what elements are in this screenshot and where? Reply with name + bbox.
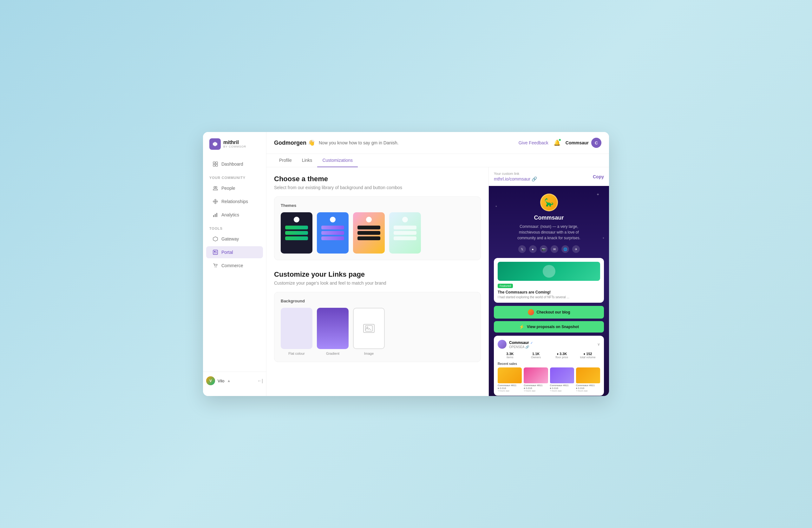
- sidebar-item-people[interactable]: People: [206, 182, 263, 194]
- bg-gradient-option[interactable]: Gradient: [317, 308, 349, 355]
- svg-rect-17: [214, 251, 215, 252]
- star-decoration-3: ✦: [602, 237, 605, 240]
- featured-sub: I had started exploring the world of NFT…: [498, 296, 600, 299]
- user-info[interactable]: V Vilo ▲: [206, 376, 231, 385]
- notification-dot: [559, 139, 561, 141]
- main-panel: Choose a theme Select from our existing …: [266, 167, 489, 396]
- sidebar-item-commerce[interactable]: Commerce: [206, 259, 263, 272]
- preview-avatar: 🦕: [540, 194, 558, 211]
- social-telegram-icon[interactable]: ✈: [572, 245, 580, 253]
- theme-title: Choose a theme: [274, 175, 481, 183]
- theme-bar: [285, 237, 308, 240]
- collapse-button[interactable]: ←|: [257, 378, 263, 383]
- svg-rect-19: [216, 251, 217, 254]
- nft-name-row: Commsaur ✓: [509, 340, 533, 345]
- preview-panel: Your custom link mthrl.io/commsaur 🔗 Cop…: [489, 167, 609, 396]
- logo-icon: [209, 138, 221, 150]
- theme-card-pink[interactable]: [353, 212, 385, 254]
- bg-gradient-label: Gradient: [326, 352, 339, 355]
- user-profile-name: Commsaur: [566, 140, 589, 145]
- theme-dot-blue: [330, 217, 336, 223]
- nft-item-2[interactable]: Commsaur #811 ♦ 0.016 2 hours ago: [524, 368, 548, 392]
- theme-bar: [285, 226, 308, 229]
- svg-rect-12: [213, 215, 214, 217]
- nft-card: Commsaur ✓ OPENSEA 🔗 ∨ 3.3K items: [494, 336, 604, 396]
- nft-stat-items: 3.3K items: [498, 352, 522, 359]
- sidebar-section-community: YOUR COMMUNITY: [203, 171, 266, 182]
- bg-flat-card[interactable]: [281, 308, 313, 349]
- bg-flat-option[interactable]: Flat colour: [281, 308, 313, 355]
- featured-title: The Commsaurs are Coming!: [498, 290, 600, 295]
- theme-bar: [358, 226, 380, 229]
- social-email-icon[interactable]: ✉: [551, 245, 558, 253]
- nft-item-3[interactable]: Commsaur #811 ♦ 0.016 2 hours ago: [550, 368, 574, 392]
- theme-bar: [358, 231, 380, 235]
- snapshot-button[interactable]: ⚡ View proposals on Snapshot: [494, 321, 604, 332]
- header-subtext: Now you know how to say gm in Danish.: [319, 140, 515, 145]
- bg-image-card[interactable]: [353, 308, 385, 349]
- social-twitter-icon[interactable]: 𝕏: [518, 245, 526, 253]
- notification-bell[interactable]: 🔔: [553, 139, 561, 146]
- nft-stats: 3.3K items 1.1K Owners ♦ 3.3K floor pric…: [498, 352, 600, 359]
- svg-point-8: [216, 201, 218, 202]
- sidebar-item-gateway[interactable]: Gateway: [206, 233, 263, 245]
- theme-card-blue[interactable]: [317, 212, 349, 254]
- svg-point-9: [215, 202, 216, 204]
- social-web-icon[interactable]: 🌐: [562, 245, 569, 253]
- logo: mithril BY COMMSOR: [203, 138, 266, 157]
- svg-point-20: [215, 267, 215, 268]
- nft-image-3: [550, 368, 574, 383]
- nft-item-1[interactable]: Commsaur #811 ♦ 0.016 2 hours ago: [498, 368, 522, 392]
- bg-gradient-card[interactable]: [317, 308, 349, 349]
- social-instagram-icon[interactable]: 📷: [540, 245, 548, 253]
- preview-link[interactable]: mthrl.io/commsaur 🔗: [494, 176, 537, 182]
- nft-item-4[interactable]: Commsaur #811 ♦ 0.016 2 hours ago: [576, 368, 600, 392]
- image-upload-icon: [363, 324, 375, 333]
- commerce-icon: [213, 263, 218, 269]
- bg-image-label: Image: [364, 352, 374, 355]
- sidebar-section-tools: TOOLS: [203, 222, 266, 232]
- sidebar: mithril BY COMMSOR Dashboard YOUR COMMUN…: [203, 132, 266, 396]
- themes-container: Themes: [274, 196, 481, 260]
- theme-card-light[interactable]: [389, 212, 421, 254]
- nft-items-grid: Commsaur #811 ♦ 0.016 2 hours ago Commsa…: [498, 368, 600, 392]
- preview-social-icons: 𝕏 ● 📷 ✉ 🌐 ✈: [494, 245, 604, 253]
- social-discord-icon[interactable]: ●: [529, 245, 537, 253]
- sidebar-item-relationships[interactable]: Relationships: [206, 196, 263, 208]
- tabs: Profile Links Customizations: [266, 154, 609, 167]
- tab-profile[interactable]: Profile: [274, 154, 297, 167]
- content-area: Choose a theme Select from our existing …: [266, 167, 609, 396]
- blog-btn-icon: [528, 309, 534, 315]
- preview-bio: Commsaur: (noun) — a very large, mischie…: [511, 224, 587, 241]
- nft-image-2: [524, 368, 548, 383]
- sidebar-relationships-label: Relationships: [221, 199, 248, 204]
- copy-button[interactable]: Copy: [593, 174, 604, 179]
- bg-image-option[interactable]: Image: [353, 308, 385, 355]
- analytics-icon: [213, 212, 218, 218]
- checkout-blog-button[interactable]: Checkout our blog: [494, 306, 604, 318]
- sidebar-item-analytics[interactable]: Analytics: [206, 209, 263, 221]
- tab-customizations[interactable]: Customizations: [317, 154, 358, 167]
- logo-text: mithril BY COMMSOR: [223, 140, 246, 148]
- user-avatar: C: [591, 138, 601, 148]
- nft-chevron-icon[interactable]: ∨: [597, 342, 600, 346]
- customize-title: Customize your Links page: [274, 270, 481, 279]
- nft-stat-owners: 1.1K Owners: [524, 352, 548, 359]
- tab-links[interactable]: Links: [297, 154, 318, 167]
- svg-rect-18: [214, 253, 215, 254]
- sidebar-analytics-label: Analytics: [221, 212, 239, 217]
- theme-dot-pink: [366, 217, 372, 223]
- user-profile[interactable]: Commsaur C: [566, 138, 601, 148]
- featured-card: Featured The Commsaurs are Coming! I had…: [494, 258, 604, 303]
- main-content: Godmorgen 👋 Now you know how to say gm i…: [266, 132, 609, 396]
- svg-marker-15: [213, 237, 218, 241]
- nft-image-1: [498, 368, 522, 383]
- logo-name: mithril: [223, 140, 246, 145]
- sidebar-item-dashboard[interactable]: Dashboard: [206, 158, 263, 170]
- theme-card-dark[interactable]: [281, 212, 313, 254]
- give-feedback-link[interactable]: Give Feedback: [519, 140, 548, 145]
- svg-point-5: [215, 187, 217, 188]
- user-name: Vilo: [218, 379, 224, 383]
- sidebar-item-portal[interactable]: Portal: [206, 246, 263, 258]
- header-greeting: Godmorgen 👋: [274, 139, 315, 146]
